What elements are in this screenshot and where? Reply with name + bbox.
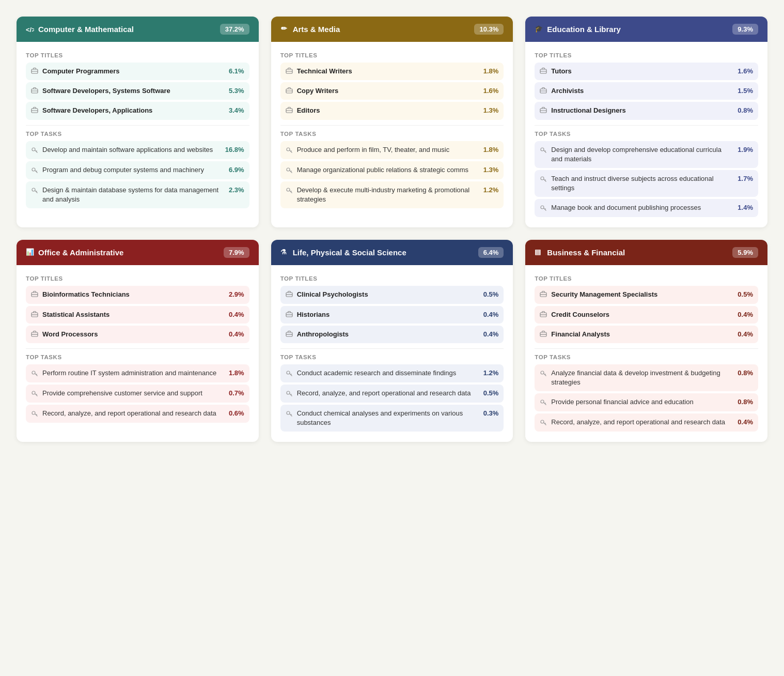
item-left: Software Developers, Systems Software [31,86,225,96]
task-item: Produce and perform in film, TV, theater… [280,141,504,159]
task-pct: 0.3% [483,409,499,417]
item-left: Historians [286,310,479,319]
task-pct: 16.8% [225,146,244,153]
item-left: Clinical Psychologists [286,290,479,299]
card-badge-life-physical-social: 6.4% [478,247,504,258]
card-header-left-education-library: 🎓Education & Library [535,24,621,34]
list-item: Instructional Designers0.8% [535,102,758,119]
item-title-text: Clinical Psychologists [297,290,368,299]
svg-point-77 [287,411,290,414]
task-left: Record, analyze, and report operational … [286,389,479,398]
item-pct: 0.4% [738,330,753,338]
task-left: Develop & execute multi-industry marketi… [286,186,479,204]
task-pct: 1.8% [483,146,499,153]
task-pct: 0.8% [738,369,753,377]
card-title-education-library: Education & Library [547,25,621,34]
briefcase-icon [540,290,547,299]
card-body-life-physical-social: Top TitlesClinical Psychologists0.5%Hist… [271,265,513,442]
key-icon [286,146,293,155]
key-icon [286,390,293,398]
item-left: Anthropologists [286,330,479,339]
task-text: Program and debug computer systems and m… [42,165,204,175]
task-left: Manage organizational public relations &… [286,165,479,175]
task-item: Manage organizational public relations &… [280,161,504,179]
item-left: Instructional Designers [540,106,733,115]
key-icon [286,370,293,378]
task-item: Record, analyze, and report operational … [535,413,758,432]
card-office-administrative: 📊Office & Administrative7.9%Top TitlesBi… [17,240,259,442]
item-title-text: Statistical Assistants [42,310,109,319]
task-left: Design and develop comprehensive educati… [540,145,733,164]
task-item: Teach and instruct diverse subjects acro… [535,170,758,197]
briefcase-icon [286,67,293,76]
task-left: Analyze financial data & develop investm… [540,368,733,387]
task-left: Provide personal financial advice and ed… [540,397,733,407]
card-header-computer-mathematical: </>Computer & Mathematical37.2% [17,17,259,42]
card-header-left-arts-media: ✏Arts & Media [280,24,340,34]
item-pct: 2.9% [229,290,244,298]
svg-line-41 [545,150,546,151]
briefcase-icon [540,330,547,339]
list-item: Software Developers, Systems Software5.3… [26,82,249,100]
svg-point-29 [287,188,290,191]
item-left: Word Processors [31,330,225,339]
task-item: Design and develop comprehensive educati… [535,141,758,168]
key-icon [540,419,547,427]
item-pct: 1.6% [738,67,753,75]
list-item: Archivists1.5% [535,82,758,100]
task-left: Develop and maintain software applicatio… [31,145,221,155]
item-pct: 5.3% [229,87,244,95]
item-pct: 0.4% [738,311,753,318]
card-icon-business-financial: ▤ [535,248,543,257]
svg-point-90 [541,400,544,403]
task-item: Provide personal financial advice and ed… [535,393,758,411]
svg-point-13 [32,188,35,191]
task-pct: 0.5% [483,389,499,397]
task-text: Perform routine IT system administration… [42,368,216,378]
task-item: Conduct academic research and disseminat… [280,364,504,382]
svg-line-60 [36,394,37,395]
key-icon [31,166,38,175]
card-badge-office-administrative: 7.9% [224,247,249,258]
card-header-left-life-physical-social: ⚗Life, Physical & Social Science [280,248,406,257]
item-left: Software Developers, Applications [31,106,225,115]
titles-label-office-administrative: Top Titles [26,275,249,282]
task-item: Develop and maintain software applicatio… [26,141,249,159]
svg-point-87 [541,371,544,374]
item-pct: 0.4% [483,311,499,318]
card-badge-arts-media: 10.3% [474,24,504,35]
task-text: Teach and instruct diverse subjects acro… [551,174,733,193]
list-item: Credit Counselors0.4% [535,306,758,324]
section-divider [535,125,758,126]
svg-line-92 [545,403,546,404]
briefcase-icon [286,311,293,319]
svg-line-79 [291,414,292,415]
card-icon-education-library: 🎓 [535,24,543,34]
item-left: Financial Analysts [540,330,733,339]
task-item: Analyze financial data & develop investm… [535,364,758,391]
item-pct: 1.5% [738,87,753,95]
task-text: Provide personal financial advice and ed… [551,397,693,407]
card-title-life-physical-social: Life, Physical & Social Science [293,248,406,257]
card-body-business-financial: Top TitlesSecurity Management Specialist… [525,265,767,442]
briefcase-icon [286,290,293,299]
item-left: Security Management Specialists [540,290,733,299]
card-arts-media: ✏Arts & Media10.3%Top TitlesTechnical Wr… [271,17,513,227]
task-text: Develop & execute multi-industry marketi… [297,186,479,204]
svg-line-44 [545,179,546,180]
item-title-text: Editors [297,106,320,115]
item-left: Credit Counselors [540,310,733,319]
task-pct: 0.4% [738,418,753,426]
tasks-label-life-physical-social: Top Tasks [280,354,504,360]
card-header-life-physical-social: ⚗Life, Physical & Social Science6.4% [271,240,513,265]
card-body-arts-media: Top TitlesTechnical Writers1.8%Copy Writ… [271,42,513,219]
svg-point-74 [287,391,290,394]
item-title-text: Tutors [551,67,571,76]
tasks-label-office-administrative: Top Tasks [26,354,249,360]
task-item: Provide comprehensive customer service a… [26,385,249,403]
task-text: Analyze financial data & develop investm… [551,368,733,387]
key-icon [540,204,547,213]
item-pct: 6.1% [229,67,244,75]
svg-line-89 [545,374,546,375]
svg-line-76 [291,394,292,395]
